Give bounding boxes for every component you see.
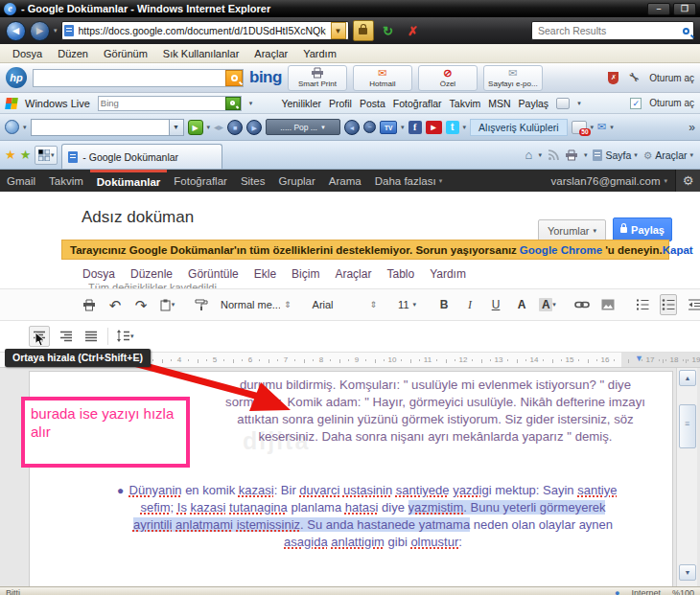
tools-menu-button[interactable]: ⚙ Araçlar ▾ <box>643 149 693 161</box>
smart-print-button[interactable]: Smart Print <box>288 65 347 91</box>
stop-button[interactable]: ✗ <box>403 20 424 41</box>
security-shield-icon[interactable]: ✗ <box>608 72 618 84</box>
font-select[interactable]: Arial⇕ <box>311 294 380 315</box>
private-button[interactable]: ⊘ Özel <box>418 65 478 91</box>
tv-dropdown[interactable]: ▾ <box>401 124 405 131</box>
scroll-down-button[interactable]: ▼ <box>679 564 696 581</box>
url-dropdown[interactable]: ▼ <box>331 22 346 39</box>
gbar-dokumanlar[interactable]: Dokümanlar <box>90 170 167 192</box>
wl-link-profil[interactable]: Profil <box>329 98 352 109</box>
wl-form-dropdown[interactable]: ▾ <box>577 100 581 107</box>
add-favorite-icon[interactable]: ★ <box>20 148 32 162</box>
gbar-arama[interactable]: Arama <box>322 170 368 192</box>
url-input[interactable] <box>77 24 328 37</box>
checkbox-icon[interactable]: ✓ <box>630 98 642 109</box>
media-combo-box[interactable]: ▼ <box>31 119 184 136</box>
home-dropdown[interactable]: ▾ <box>538 151 542 159</box>
sidebar-dropdown[interactable]: ▾ <box>207 124 211 131</box>
coupon-icon[interactable]: 50 <box>572 121 587 134</box>
refresh-button[interactable]: ↻ <box>378 20 399 41</box>
bullet-list-button[interactable] <box>660 294 677 315</box>
wl-link-posta[interactable]: Posta <box>360 98 385 109</box>
line-spacing-button[interactable]: ▾ <box>116 326 134 347</box>
mail-dropdown[interactable]: ▾ <box>610 124 614 131</box>
hp-search-button[interactable] <box>225 70 243 86</box>
menu-sik-kullanilanlar[interactable]: Sık Kullanılanlar <box>156 46 246 61</box>
docs-menu-bicim[interactable]: Biçim <box>284 265 327 283</box>
quick-tabs-button[interactable]: ▾ <box>35 146 58 165</box>
underline-button[interactable]: U <box>487 294 504 315</box>
scroll-thumb[interactable] <box>679 404 696 448</box>
bullet-text[interactable]: Dünyanin en komik kazasi: Bir duvarci us… <box>128 482 618 551</box>
outdent-button[interactable] <box>686 294 700 315</box>
zoom-level[interactable]: %100 <box>672 588 694 594</box>
back-button[interactable]: ◄ <box>6 21 26 41</box>
gbar-settings-button[interactable]: ⚙ <box>675 170 700 192</box>
shopping-clubs-button[interactable]: Alışveriş Kulüpleri <box>470 119 567 136</box>
wl-form-icon[interactable] <box>556 98 570 109</box>
scroll-up-button[interactable]: ▲ <box>679 370 696 386</box>
stop-media-button[interactable]: ■ <box>227 120 243 135</box>
insert-image-button[interactable] <box>599 294 617 315</box>
wl-signin-link[interactable]: Oturum aç <box>649 98 694 108</box>
email-page-button[interactable]: ✉ Sayfayı e-po... <box>483 65 543 91</box>
home-icon[interactable]: ⌂ <box>525 148 533 162</box>
gbar-more[interactable]: Daha fazlası ▾ <box>368 170 450 192</box>
wrench-icon[interactable]: 🔧︎ <box>628 71 640 84</box>
search-icon[interactable] <box>683 28 689 34</box>
toolbar-overflow-chevron[interactable]: » <box>688 121 695 134</box>
paragraph-style-select[interactable]: Normal me...⇕ <box>219 294 293 315</box>
now-playing-display[interactable]: ..... Pop ... ▼ <box>266 119 340 135</box>
globe-dropdown[interactable]: ▾ <box>23 124 27 131</box>
wl-link-yenilikler[interactable]: Yenilikler <box>281 98 321 109</box>
hp-search-input[interactable] <box>34 72 225 84</box>
print-button[interactable] <box>81 294 98 315</box>
menu-dosya[interactable]: Dosya <box>6 46 49 61</box>
chrome-link[interactable]: Google Chrome <box>520 244 602 256</box>
share-button[interactable]: Paylaş <box>613 217 672 241</box>
search-box[interactable] <box>531 21 694 40</box>
menu-gorunum[interactable]: Görünüm <box>97 46 154 61</box>
bold-button[interactable]: B <box>435 294 453 315</box>
format-paint-button[interactable] <box>193 294 210 315</box>
forward-button[interactable]: ► <box>30 21 50 41</box>
gbar-sites[interactable]: Sites <box>234 170 272 192</box>
docs-menu-yardim[interactable]: Yardım <box>422 265 474 283</box>
sidebar-play-button[interactable]: ▶ <box>188 120 203 135</box>
numbered-list-button[interactable] <box>634 294 651 315</box>
print-dropdown[interactable]: ▾ <box>584 151 588 159</box>
url-field[interactable]: ▼ <box>61 21 349 40</box>
wl-search-button[interactable] <box>225 97 241 110</box>
undo-button[interactable]: ↶ <box>106 294 124 315</box>
favorites-star-icon[interactable]: ★ <box>5 148 16 162</box>
menu-duzen[interactable]: Düzen <box>51 46 95 61</box>
docs-menu-ekle[interactable]: Ekle <box>246 265 284 283</box>
vertical-scrollbar[interactable]: ▲ ▼ <box>676 368 697 586</box>
docs-menu-goruntule[interactable]: Görüntüle <box>180 265 246 283</box>
gbar-gruplar[interactable]: Gruplar <box>271 170 321 192</box>
docs-menu-dosya[interactable]: Dosya <box>75 265 123 283</box>
globe-settings-icon[interactable] <box>5 120 19 134</box>
highlight-color-button[interactable]: A▾ <box>539 294 556 315</box>
mail-icon[interactable]: ✉ <box>597 122 606 132</box>
hp-signin-link[interactable]: Oturum aç <box>649 73 694 83</box>
mute-button[interactable]: − <box>363 121 376 133</box>
menu-araclar[interactable]: Araçlar <box>247 46 294 61</box>
gbar-gmail[interactable]: Gmail <box>0 170 42 192</box>
menu-yardim[interactable]: Yardım <box>296 46 343 61</box>
docs-menu-duzenle[interactable]: Düzenle <box>123 265 180 283</box>
maximize-button[interactable]: ❐ <box>673 3 696 15</box>
hotmail-button[interactable]: ✉ Hotmail <box>353 65 412 91</box>
redo-button[interactable]: ↷ <box>132 294 150 315</box>
gbar-fotograflar[interactable]: Fotoğraflar <box>167 170 234 192</box>
security-lock-button[interactable] <box>353 20 374 41</box>
page-menu-button[interactable]: Sayfa ▾ <box>593 149 637 161</box>
insert-link-button[interactable] <box>573 294 591 315</box>
wl-search-dropdown[interactable]: ▾ <box>249 100 253 107</box>
docs-menu-araclar[interactable]: Araçlar <box>327 265 379 283</box>
dismiss-warning-link[interactable]: Kapat <box>663 244 693 256</box>
volume-button[interactable]: ◄ <box>344 120 360 135</box>
docs-menu-tablo[interactable]: Tablo <box>379 265 422 283</box>
justify-button[interactable] <box>82 326 100 347</box>
wl-link-paylas[interactable]: Paylaş <box>519 98 549 109</box>
